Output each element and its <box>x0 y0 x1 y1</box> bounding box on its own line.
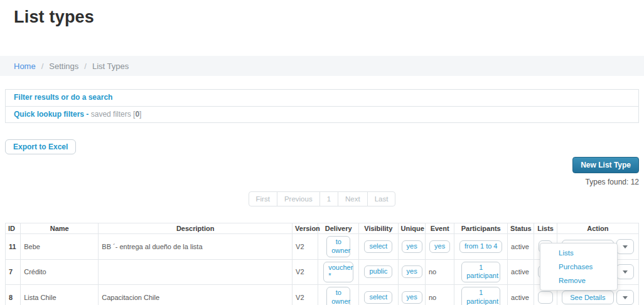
breadcrumb-separator: / <box>41 62 44 71</box>
cell-name: Bebe <box>21 234 99 260</box>
cell-version: V2 <box>292 285 318 305</box>
see-details-button[interactable]: See Details <box>562 291 613 304</box>
pagination-last-button[interactable]: Last <box>367 191 396 206</box>
column-header-description: Description <box>99 223 292 234</box>
types-found-label: Types found: 12 <box>5 178 639 186</box>
column-header-participants: Participants <box>454 223 508 234</box>
cell-name: Crédito <box>21 259 99 285</box>
cell-id: 11 <box>6 234 21 260</box>
cell-status: active <box>508 285 534 305</box>
visibility-badge: select <box>364 240 392 253</box>
lists-count-badge[interactable] <box>538 291 553 304</box>
delivery-badge: to owner <box>326 236 350 257</box>
cell-name: Lista Chile <box>21 285 99 305</box>
column-header-lists: Lists <box>534 223 557 234</box>
visibility-badge: public <box>364 265 392 278</box>
column-header-unique: Unique <box>398 223 425 234</box>
row-actions-dropdown-toggle[interactable] <box>616 290 634 305</box>
breadcrumb-current: List Types <box>92 62 129 71</box>
pagination-next-button[interactable]: Next <box>338 191 368 206</box>
unique-badge: yes <box>402 291 422 304</box>
delivery-badge: to owner <box>326 287 350 305</box>
column-header-status: Status <box>508 223 534 234</box>
column-header-delivery: Delivery <box>318 223 359 234</box>
breadcrumb-home-link[interactable]: Home <box>14 62 36 71</box>
quick-filters-link[interactable]: Quick lookup filters - <box>14 110 89 119</box>
cell-description: Capacitacion Chile <box>99 285 292 305</box>
cell-version: V2 <box>292 234 318 260</box>
pagination-previous-button[interactable]: Previous <box>277 191 320 206</box>
chevron-down-icon <box>623 270 628 274</box>
column-header-visibility: Visibility <box>359 223 399 234</box>
chevron-down-icon <box>623 296 628 299</box>
cell-version: V2 <box>292 259 318 285</box>
column-header-id: ID <box>6 223 21 234</box>
column-header-action: Action <box>557 223 638 234</box>
saved-filters-label: saved filters [0] <box>91 110 142 119</box>
row-actions-dropdown-toggle[interactable] <box>616 239 634 254</box>
column-header-name: Name <box>21 223 99 234</box>
filter-panels: Filter results or do a search Quick look… <box>5 89 639 123</box>
dropdown-item-remove[interactable]: Remove <box>540 274 617 287</box>
table-header-row: ID Name Description Version Delivery Vis… <box>6 223 639 234</box>
cell-description <box>99 259 292 285</box>
pagination-first-button[interactable]: First <box>249 191 277 206</box>
chevron-down-icon <box>623 245 628 249</box>
quick-filters-bar[interactable]: Quick lookup filters - saved filters [0] <box>6 106 638 122</box>
column-header-version: Version <box>292 223 318 234</box>
cell-status: active <box>508 259 534 285</box>
filter-search-link[interactable]: Filter results or do a search <box>14 93 112 102</box>
unique-badge: yes <box>402 265 422 278</box>
dropdown-item-lists[interactable]: Lists <box>540 246 617 260</box>
participants-badge: 1 participant <box>461 262 500 283</box>
cell-event: no <box>425 285 454 305</box>
breadcrumb-settings: Settings <box>49 62 78 71</box>
event-badge: yes <box>429 240 450 253</box>
cell-id: 8 <box>6 285 21 305</box>
pagination-page-button[interactable]: 1 <box>319 191 338 206</box>
participants-badge: from 1 to 4 <box>459 240 503 253</box>
breadcrumb: Home / Settings / List Types <box>0 56 644 76</box>
row-actions-dropdown-menu: Lists Purchases Remove <box>540 243 618 291</box>
cell-description: BB ´- entrega al dueño de la lista <box>99 234 292 260</box>
participants-badge: 1 participant <box>461 287 500 305</box>
filter-search-bar[interactable]: Filter results or do a search <box>6 90 638 106</box>
new-list-type-button[interactable]: New List Type <box>572 157 639 173</box>
visibility-badge: select <box>364 291 392 304</box>
breadcrumb-separator: / <box>84 62 87 71</box>
cell-event: no <box>425 259 454 285</box>
cell-id: 7 <box>6 259 21 285</box>
pagination: First Previous 1 Next Last <box>5 191 639 206</box>
export-to-excel-button[interactable]: Export to Excel <box>5 139 76 154</box>
cell-status: active <box>508 234 534 260</box>
unique-badge: yes <box>402 240 422 253</box>
row-actions-dropdown-toggle[interactable] <box>616 264 634 279</box>
column-header-event: Event <box>425 223 454 234</box>
dropdown-item-purchases[interactable]: Purchases <box>540 260 617 274</box>
page-title: List types <box>0 0 644 27</box>
delivery-badge: voucher * <box>323 262 353 283</box>
